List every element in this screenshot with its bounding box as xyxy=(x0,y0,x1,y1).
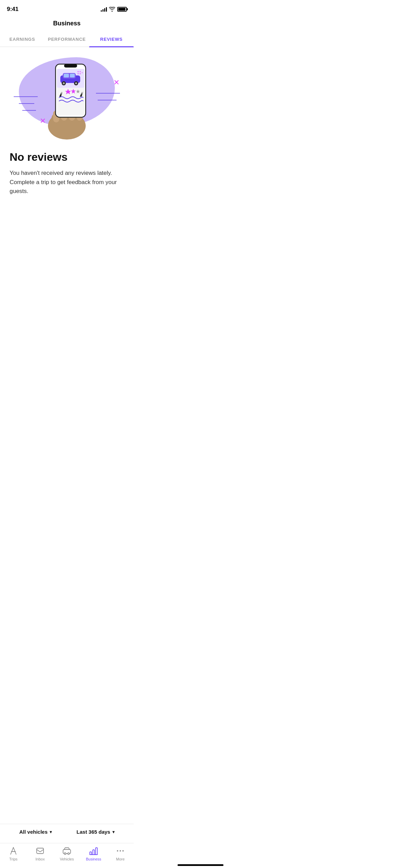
empty-state-description: You haven't received any reviews lately.… xyxy=(10,169,124,196)
illustration-area xyxy=(0,47,134,143)
main-content: No reviews You haven't received any revi… xyxy=(0,143,134,196)
svg-rect-25 xyxy=(64,74,69,77)
svg-point-32 xyxy=(77,71,79,72)
svg-point-35 xyxy=(80,73,81,74)
signal-icon xyxy=(101,7,107,12)
page-header: Business xyxy=(0,16,134,27)
tab-performance[interactable]: PERFORMANCE xyxy=(45,33,89,47)
status-icons xyxy=(101,7,127,12)
wifi-icon xyxy=(109,7,115,12)
battery-icon xyxy=(117,7,127,12)
tab-earnings[interactable]: EARNINGS xyxy=(0,33,45,47)
status-time: 9:41 xyxy=(7,6,19,13)
page-title: Business xyxy=(53,20,81,27)
svg-point-24 xyxy=(75,82,77,84)
svg-rect-26 xyxy=(70,74,75,77)
svg-line-5 xyxy=(115,81,118,84)
phone-illustration xyxy=(34,54,99,140)
svg-point-34 xyxy=(77,73,79,74)
svg-line-6 xyxy=(115,81,118,84)
svg-point-33 xyxy=(80,71,81,72)
tab-bar: EARNINGS PERFORMANCE REVIEWS xyxy=(0,33,134,47)
status-bar: 9:41 xyxy=(0,0,134,16)
svg-rect-16 xyxy=(64,64,77,68)
tab-reviews[interactable]: REVIEWS xyxy=(89,33,134,47)
svg-point-36 xyxy=(82,72,83,73)
svg-point-22 xyxy=(63,82,65,84)
empty-state-title: No reviews xyxy=(10,151,124,163)
